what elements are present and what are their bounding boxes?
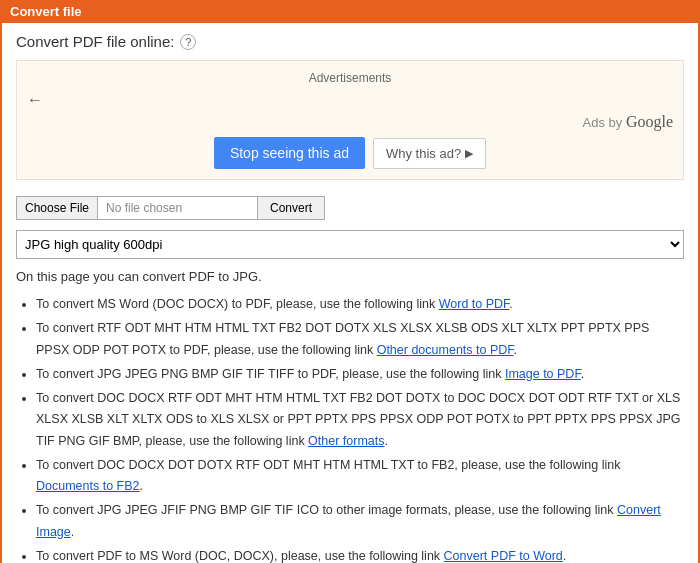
info-list: To convert MS Word (DOC DOCX) to PDF, pl… <box>16 294 684 563</box>
page-heading: Convert PDF file online: ? <box>16 33 684 50</box>
help-icon[interactable]: ? <box>180 34 196 50</box>
info-link[interactable]: Word to PDF <box>439 297 510 311</box>
list-item: To convert DOC DOCX RTF ODT MHT HTM HTML… <box>36 388 684 452</box>
file-name-display: No file chosen <box>98 196 258 220</box>
ads-by-google: Ads by Google <box>27 113 673 131</box>
info-icon: ▶ <box>465 147 473 160</box>
list-item: To convert PDF to MS Word (DOC, DOCX), p… <box>36 546 684 563</box>
info-link[interactable]: Image to PDF <box>505 367 581 381</box>
file-section: Choose File No file chosen Convert <box>16 196 684 220</box>
ad-buttons: Stop seeing this ad Why this ad? ▶ <box>27 137 673 169</box>
description: On this page you can convert PDF to JPG. <box>16 269 684 284</box>
ad-label: Advertisements <box>27 71 673 85</box>
list-item: To convert JPG JPEG JFIF PNG BMP GIF TIF… <box>36 500 684 543</box>
info-link[interactable]: Other formats <box>308 434 384 448</box>
info-link[interactable]: Convert Image <box>36 503 661 538</box>
format-select[interactable]: JPG high quality 600dpiJPG high quality … <box>16 230 684 259</box>
info-link[interactable]: Other documents to PDF <box>377 343 514 357</box>
ad-section: Advertisements ← Ads by Google Stop seei… <box>16 60 684 180</box>
list-item: To convert JPG JPEG PNG BMP GIF TIF TIFF… <box>36 364 684 385</box>
back-arrow[interactable]: ← <box>27 91 673 109</box>
main-container: Convert PDF file online: ? Advertisement… <box>0 23 700 563</box>
convert-button[interactable]: Convert <box>258 196 325 220</box>
top-bar-label: Convert file <box>10 4 82 19</box>
stop-seeing-ad-button[interactable]: Stop seeing this ad <box>214 137 365 169</box>
list-item: To convert RTF ODT MHT HTM HTML TXT FB2 … <box>36 318 684 361</box>
list-item: To convert DOC DOCX DOT DOTX RTF ODT MHT… <box>36 455 684 498</box>
info-link[interactable]: Convert PDF to Word <box>444 549 563 563</box>
info-link[interactable]: Documents to FB2 <box>36 479 140 493</box>
page-heading-text: Convert PDF file online: <box>16 33 174 50</box>
why-this-ad-button[interactable]: Why this ad? ▶ <box>373 138 486 169</box>
choose-file-button[interactable]: Choose File <box>16 196 98 220</box>
list-item: To convert MS Word (DOC DOCX) to PDF, pl… <box>36 294 684 315</box>
top-bar: Convert file <box>0 0 700 23</box>
